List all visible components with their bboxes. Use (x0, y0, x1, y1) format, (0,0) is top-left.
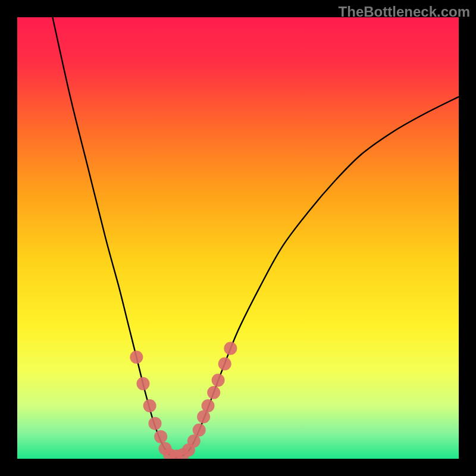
curve-marker (218, 357, 231, 370)
curve-marker (130, 350, 143, 364)
curve-marker (224, 342, 237, 355)
curve-marker (136, 377, 149, 390)
curve-marker (149, 417, 162, 430)
bottleneck-chart (0, 0, 476, 476)
curve-marker (193, 424, 206, 437)
curve-marker (207, 386, 220, 399)
curve-marker (202, 399, 215, 412)
curve-marker (212, 374, 225, 387)
curve-marker (143, 399, 156, 412)
watermark-text: TheBottleneck.com (339, 4, 470, 20)
curve-marker (154, 430, 167, 443)
chart-stage: TheBottleneck.com (0, 0, 476, 476)
plot-background (17, 17, 459, 459)
